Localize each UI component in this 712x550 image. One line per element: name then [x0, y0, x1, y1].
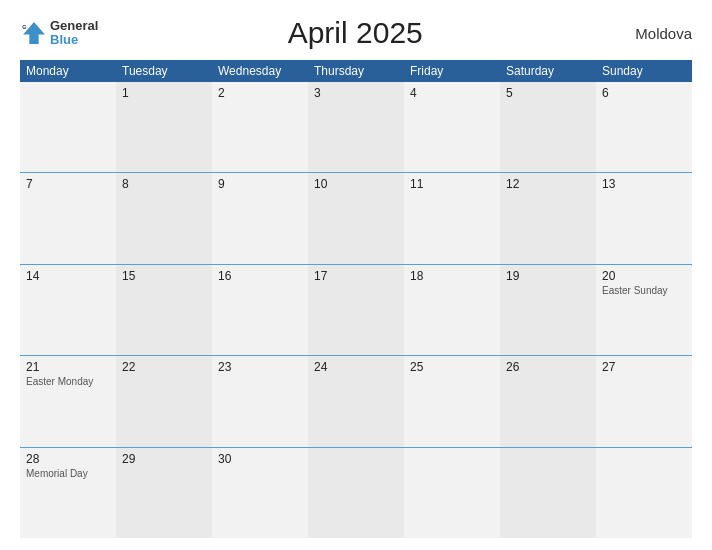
day-number: 24	[314, 360, 398, 374]
svg-text:G: G	[22, 24, 26, 30]
day-number: 23	[218, 360, 302, 374]
logo-icon: G	[20, 19, 48, 47]
calendar-cell: 17	[308, 265, 404, 355]
day-number: 2	[218, 86, 302, 100]
day-number: 3	[314, 86, 398, 100]
calendar-cell: 14	[20, 265, 116, 355]
calendar-cell: 24	[308, 356, 404, 446]
calendar-cell: 16	[212, 265, 308, 355]
calendar-cell: 20Easter Sunday	[596, 265, 692, 355]
calendar-week-4: 21Easter Monday222324252627	[20, 356, 692, 447]
calendar-cell: 11	[404, 173, 500, 263]
calendar-cell: 25	[404, 356, 500, 446]
header-thursday: Thursday	[308, 60, 404, 82]
calendar-cell: 26	[500, 356, 596, 446]
day-number: 5	[506, 86, 590, 100]
day-number: 9	[218, 177, 302, 191]
header-monday: Monday	[20, 60, 116, 82]
calendar-cell: 13	[596, 173, 692, 263]
calendar-cell: 19	[500, 265, 596, 355]
day-number: 17	[314, 269, 398, 283]
header-wednesday: Wednesday	[212, 60, 308, 82]
calendar-cell: 10	[308, 173, 404, 263]
calendar-weekday-header: Monday Tuesday Wednesday Thursday Friday…	[20, 60, 692, 82]
calendar-cell: 30	[212, 448, 308, 538]
day-number: 26	[506, 360, 590, 374]
day-number: 28	[26, 452, 110, 466]
calendar-cell: 15	[116, 265, 212, 355]
day-number: 14	[26, 269, 110, 283]
day-number: 13	[602, 177, 686, 191]
calendar-cell	[500, 448, 596, 538]
logo: G General Blue	[20, 19, 98, 48]
calendar-cell	[596, 448, 692, 538]
calendar-cell: 18	[404, 265, 500, 355]
calendar-title: April 2025	[98, 16, 612, 50]
calendar-cell	[308, 448, 404, 538]
day-number: 7	[26, 177, 110, 191]
day-number: 20	[602, 269, 686, 283]
calendar-week-1: 123456	[20, 82, 692, 173]
day-number: 6	[602, 86, 686, 100]
day-number: 1	[122, 86, 206, 100]
day-number: 25	[410, 360, 494, 374]
calendar-cell: 12	[500, 173, 596, 263]
day-number: 4	[410, 86, 494, 100]
day-number: 11	[410, 177, 494, 191]
calendar-cell: 23	[212, 356, 308, 446]
header-sunday: Sunday	[596, 60, 692, 82]
calendar-cell	[404, 448, 500, 538]
calendar-week-5: 28Memorial Day2930	[20, 448, 692, 538]
day-number: 16	[218, 269, 302, 283]
calendar-cell	[20, 82, 116, 172]
calendar-body: 1234567891011121314151617181920Easter Su…	[20, 82, 692, 538]
logo-general-text: General	[50, 19, 98, 33]
calendar-week-3: 14151617181920Easter Sunday	[20, 265, 692, 356]
calendar-cell: 22	[116, 356, 212, 446]
day-number: 15	[122, 269, 206, 283]
header-tuesday: Tuesday	[116, 60, 212, 82]
header-friday: Friday	[404, 60, 500, 82]
calendar-cell: 29	[116, 448, 212, 538]
day-number: 8	[122, 177, 206, 191]
day-number: 10	[314, 177, 398, 191]
logo-text: General Blue	[50, 19, 98, 48]
calendar-cell: 4	[404, 82, 500, 172]
calendar-cell: 2	[212, 82, 308, 172]
calendar-cell: 6	[596, 82, 692, 172]
day-number: 19	[506, 269, 590, 283]
header-saturday: Saturday	[500, 60, 596, 82]
calendar-cell: 5	[500, 82, 596, 172]
calendar-cell: 1	[116, 82, 212, 172]
day-number: 21	[26, 360, 110, 374]
calendar-week-2: 78910111213	[20, 173, 692, 264]
calendar-cell: 7	[20, 173, 116, 263]
calendar-cell: 8	[116, 173, 212, 263]
calendar-cell: 28Memorial Day	[20, 448, 116, 538]
day-number: 12	[506, 177, 590, 191]
holiday-label: Easter Sunday	[602, 285, 686, 296]
day-number: 22	[122, 360, 206, 374]
calendar-header: G General Blue April 2025 Moldova	[20, 16, 692, 50]
day-number: 18	[410, 269, 494, 283]
country-label: Moldova	[612, 25, 692, 42]
logo-blue-text: Blue	[50, 33, 98, 47]
day-number: 27	[602, 360, 686, 374]
holiday-label: Memorial Day	[26, 468, 110, 479]
calendar-cell: 21Easter Monday	[20, 356, 116, 446]
calendar-cell: 27	[596, 356, 692, 446]
calendar-cell: 9	[212, 173, 308, 263]
holiday-label: Easter Monday	[26, 376, 110, 387]
calendar-cell: 3	[308, 82, 404, 172]
calendar: Monday Tuesday Wednesday Thursday Friday…	[20, 60, 692, 538]
day-number: 29	[122, 452, 206, 466]
day-number: 30	[218, 452, 302, 466]
